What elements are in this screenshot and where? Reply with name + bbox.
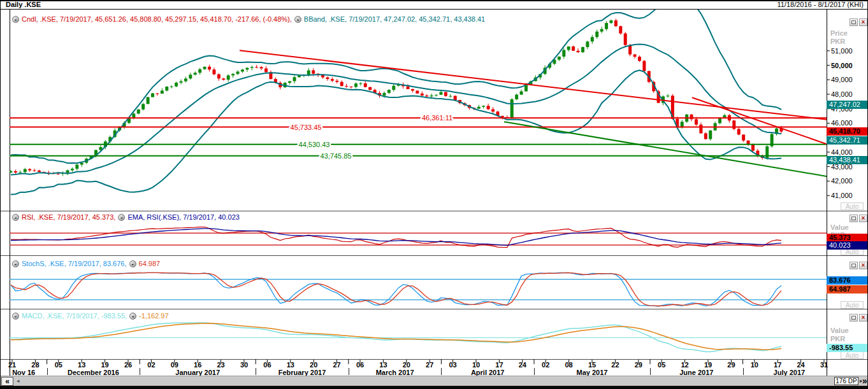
trendline[interactable] bbox=[692, 97, 827, 144]
level-line-label: 43,745.85 bbox=[321, 152, 352, 160]
candle bbox=[137, 109, 140, 114]
candle bbox=[666, 94, 669, 98]
candle bbox=[577, 48, 580, 53]
candle bbox=[141, 103, 145, 111]
macd-signal-line bbox=[11, 323, 781, 350]
candle bbox=[241, 69, 244, 73]
price-axis-tick-label: 48,000 bbox=[831, 90, 853, 98]
level-line-label: 45,733.45 bbox=[291, 124, 322, 131]
candle bbox=[80, 162, 83, 167]
candle bbox=[633, 54, 637, 59]
candle bbox=[335, 79, 338, 83]
candle bbox=[567, 46, 570, 52]
candle bbox=[359, 82, 362, 86]
candle bbox=[33, 169, 36, 172]
candle bbox=[71, 167, 74, 172]
candle bbox=[24, 168, 27, 174]
candle bbox=[354, 82, 358, 88]
candle bbox=[184, 76, 187, 82]
price-axis-tick-label: 42,000 bbox=[831, 177, 853, 185]
candle bbox=[236, 70, 240, 75]
candle bbox=[411, 88, 414, 92]
candle bbox=[482, 105, 485, 108]
candle bbox=[435, 95, 438, 97]
trendline[interactable] bbox=[504, 122, 827, 176]
candle bbox=[350, 86, 353, 88]
candle bbox=[364, 81, 367, 87]
candle bbox=[714, 122, 717, 131]
candle bbox=[331, 77, 334, 82]
candle bbox=[387, 89, 391, 94]
candle bbox=[255, 65, 258, 68]
candle bbox=[638, 55, 641, 62]
price-axis-tick-label: 41,000 bbox=[831, 192, 853, 199]
candle bbox=[340, 80, 344, 87]
candle bbox=[392, 83, 395, 92]
candle bbox=[175, 81, 178, 87]
candle bbox=[718, 118, 721, 124]
bollinger-upper-line bbox=[11, 1, 781, 163]
window-bottom-border bbox=[1, 386, 868, 389]
candle bbox=[165, 86, 168, 91]
price-axis-tick-label: 49,000 bbox=[831, 76, 853, 83]
candle bbox=[732, 120, 735, 130]
candle bbox=[624, 32, 627, 46]
price-axis-tick-label: 46,000 bbox=[831, 119, 853, 127]
candle bbox=[217, 73, 221, 81]
candle bbox=[156, 93, 159, 95]
rsi-line bbox=[11, 227, 781, 248]
candle bbox=[66, 170, 69, 175]
candle bbox=[421, 91, 424, 96]
scroll-fast-forward-button[interactable]: » bbox=[862, 376, 867, 386]
candle bbox=[562, 48, 565, 59]
candle bbox=[326, 76, 329, 81]
candle bbox=[208, 65, 211, 72]
candle bbox=[510, 98, 514, 118]
candle bbox=[619, 25, 622, 34]
level-line-label: 46,361.11 bbox=[422, 114, 452, 122]
price-axis-tick-label: 50,000 bbox=[831, 62, 853, 69]
candle bbox=[742, 134, 745, 142]
candle bbox=[704, 132, 707, 139]
candle bbox=[586, 41, 589, 49]
candle bbox=[477, 105, 481, 109]
scroll-fast-back-button[interactable]: « bbox=[1, 377, 13, 386]
candle bbox=[572, 45, 575, 51]
candle bbox=[368, 87, 372, 90]
datapoint-count-box[interactable]: 176 DP bbox=[834, 377, 858, 385]
candle bbox=[222, 78, 225, 80]
candle bbox=[203, 66, 206, 69]
scroll-back-button[interactable]: ◂ bbox=[17, 378, 20, 384]
level-line-label: 44,530.43 bbox=[299, 141, 330, 148]
candle bbox=[161, 88, 164, 94]
candle bbox=[14, 169, 17, 173]
candle bbox=[737, 127, 741, 135]
candle bbox=[198, 68, 201, 75]
candle bbox=[75, 163, 78, 170]
candle bbox=[180, 80, 183, 85]
candle bbox=[288, 81, 291, 84]
candle bbox=[170, 85, 173, 88]
price-axis-tick-label: 51,000 bbox=[831, 47, 853, 55]
candle bbox=[345, 84, 348, 88]
candle bbox=[416, 90, 419, 94]
candle bbox=[581, 46, 584, 53]
candle bbox=[609, 20, 612, 24]
candle bbox=[765, 145, 769, 160]
chart-canvas[interactable]: 46,361.1145,733.4544,530.4343,745.8551,0… bbox=[1, 1, 868, 389]
candle bbox=[600, 27, 604, 33]
candle bbox=[264, 66, 268, 74]
horizontal-scrollbar[interactable]: « ◂ 176 DP ▸ » bbox=[1, 376, 868, 386]
price-axis-tick-label: 43,000 bbox=[831, 163, 853, 171]
candle bbox=[28, 168, 31, 172]
candle bbox=[605, 21, 608, 31]
candle bbox=[515, 94, 518, 101]
candle bbox=[487, 104, 490, 110]
candle bbox=[591, 35, 594, 44]
candle bbox=[491, 107, 495, 113]
candle bbox=[449, 94, 452, 98]
candle bbox=[245, 67, 249, 71]
bollinger-lower-line bbox=[11, 70, 781, 194]
candle bbox=[425, 94, 428, 97]
candle bbox=[189, 73, 192, 80]
